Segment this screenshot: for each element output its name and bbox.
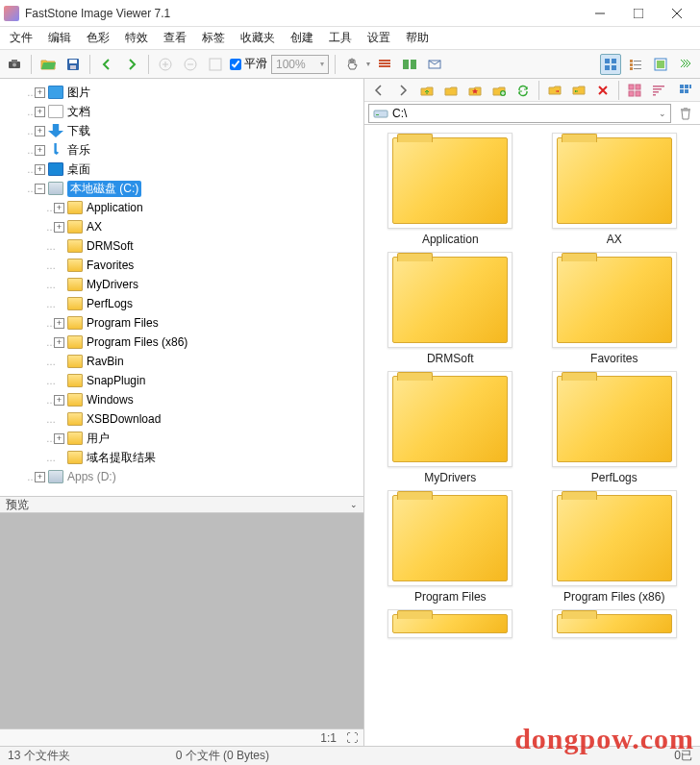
nav-forward-button[interactable]	[392, 80, 413, 101]
expand-icon[interactable]: +	[54, 395, 64, 406]
forward-button[interactable]	[121, 54, 142, 75]
sort-button[interactable]	[648, 80, 669, 101]
preview-header[interactable]: 预览 ⌄	[0, 496, 363, 513]
expand-icon[interactable]: +	[54, 318, 64, 329]
thumbnail-item[interactable]	[372, 609, 529, 638]
expand-icon[interactable]: +	[35, 164, 45, 175]
expand-icon[interactable]: +	[35, 107, 45, 117]
tree-node[interactable]: …+Program Files (x86)	[0, 333, 363, 352]
menu-item[interactable]: 色彩	[79, 28, 117, 48]
thumbnail-item[interactable]: DRMSoft	[372, 252, 529, 365]
menu-item[interactable]: 标签	[194, 28, 233, 48]
tree-node[interactable]: …+用户	[0, 429, 363, 448]
thumbnail-item[interactable]: Program Files (x86)	[537, 490, 693, 604]
thumbnail-item[interactable]: Program Files	[372, 490, 529, 604]
open-button[interactable]	[38, 54, 59, 75]
thumbnail-item[interactable]: AX	[537, 133, 693, 246]
tree-node[interactable]: …SnapPlugin	[0, 371, 363, 390]
compare-button[interactable]	[399, 54, 420, 75]
menu-item[interactable]: 工具	[321, 28, 360, 48]
back-button[interactable]	[96, 54, 117, 75]
tree-node[interactable]: …+AX	[0, 217, 363, 236]
tree-node[interactable]: …+Program Files	[0, 313, 363, 333]
move-to-button[interactable]	[568, 80, 589, 101]
menu-item[interactable]: 查看	[156, 28, 194, 48]
new-folder-button[interactable]	[488, 80, 510, 101]
thumbnail-grid[interactable]: ApplicationAXDRMSoftFavoritesMyDriversPe…	[364, 125, 700, 746]
home-folder-button[interactable]	[440, 80, 462, 101]
menu-item[interactable]: 帮助	[398, 28, 437, 48]
collapse-icon[interactable]: −	[35, 184, 45, 194]
delete-button[interactable]	[592, 80, 613, 101]
tree-node[interactable]: …Favorites	[0, 256, 363, 275]
close-button[interactable]	[658, 0, 696, 27]
menu-item[interactable]: 收藏夹	[233, 28, 283, 48]
menu-item[interactable]: 编辑	[40, 28, 79, 48]
expand-icon[interactable]: ⛶	[346, 731, 358, 745]
tree-node[interactable]: …+桌面	[0, 160, 363, 179]
minimize-button[interactable]	[581, 0, 619, 27]
menu-item[interactable]: 设置	[360, 28, 398, 48]
menu-item[interactable]: 文件	[2, 28, 40, 48]
view-details-button[interactable]	[625, 54, 646, 75]
smooth-check-input[interactable]	[230, 59, 241, 70]
menu-item[interactable]: 创建	[283, 28, 321, 48]
tree-node[interactable]: …DRMSoft	[0, 236, 363, 256]
fit-button[interactable]	[205, 54, 226, 75]
favorites-button[interactable]	[464, 80, 486, 101]
tree-node[interactable]: …−本地磁盘 (C:)	[0, 179, 363, 198]
view-thumbnails-button[interactable]	[600, 54, 621, 75]
tree-node[interactable]: …PerfLogs	[0, 294, 363, 313]
folder-icon	[67, 220, 83, 234]
expand-icon[interactable]: +	[35, 145, 45, 156]
thumbnail-label: Favorites	[590, 352, 638, 365]
maximize-button[interactable]	[619, 0, 658, 27]
thumbnail-item[interactable]: Application	[372, 133, 529, 246]
expand-icon[interactable]: +	[35, 472, 45, 482]
path-combo[interactable]: C:\ ⌄	[368, 104, 671, 123]
zoom-combo[interactable]: 100% ▾	[271, 55, 329, 74]
tree-node[interactable]: …+下载	[0, 121, 363, 140]
tree-node[interactable]: …+文档	[0, 102, 363, 121]
thumbnail-item[interactable]: PerfLogs	[537, 371, 693, 484]
expand-icon[interactable]: +	[54, 222, 64, 233]
zoom-out-button[interactable]	[180, 54, 201, 75]
nav-back-button[interactable]	[368, 80, 389, 101]
tree-node[interactable]: …MyDrivers	[0, 275, 363, 294]
expand-icon[interactable]: +	[54, 203, 64, 213]
tree-node[interactable]: …RavBin	[0, 352, 363, 371]
zoom-value: 100%	[276, 58, 306, 71]
tree-node[interactable]: …XSBDownload	[0, 409, 363, 429]
folder-tree[interactable]: …+图片…+文档…+下载…+音乐…+桌面…−本地磁盘 (C:)…+Applica…	[0, 79, 363, 496]
copy-to-button[interactable]	[544, 80, 565, 101]
hand-tool-button[interactable]	[341, 54, 362, 75]
thumbnail-item[interactable]	[537, 609, 693, 638]
email-button[interactable]	[424, 54, 445, 75]
expand-icon[interactable]: +	[35, 126, 45, 136]
acquire-from-scanner-button[interactable]	[4, 54, 25, 75]
view-fullscreen-button[interactable]	[650, 54, 671, 75]
smooth-checkbox[interactable]: 平滑	[230, 56, 267, 72]
expand-icon[interactable]: +	[35, 87, 45, 98]
tree-node[interactable]: …+Application	[0, 198, 363, 217]
thumbnail-item[interactable]: Favorites	[537, 252, 693, 365]
select-all-button[interactable]	[624, 80, 645, 101]
save-as-button[interactable]	[62, 54, 84, 75]
tree-node[interactable]: …+音乐	[0, 140, 363, 160]
tree-node[interactable]: …+Apps (D:)	[0, 467, 363, 486]
zoom-in-button[interactable]	[155, 54, 176, 75]
view-settings-button[interactable]	[675, 54, 696, 75]
recycle-bin-button[interactable]	[675, 103, 696, 124]
expand-icon[interactable]: +	[54, 337, 64, 348]
tree-node[interactable]: …域名提取结果	[0, 448, 363, 467]
up-folder-button[interactable]	[416, 80, 438, 101]
menu-item[interactable]: 特效	[117, 28, 156, 48]
thumbnail-item[interactable]: MyDrivers	[372, 371, 529, 484]
refresh-button[interactable]	[512, 80, 534, 101]
tree-node[interactable]: …+Windows	[0, 390, 363, 409]
expand-icon[interactable]: +	[54, 433, 64, 444]
slideshow-button[interactable]	[374, 54, 395, 75]
thumb-options-button[interactable]	[675, 80, 696, 101]
tree-node[interactable]: …+图片	[0, 83, 363, 102]
tree-label: 图片	[67, 85, 90, 101]
